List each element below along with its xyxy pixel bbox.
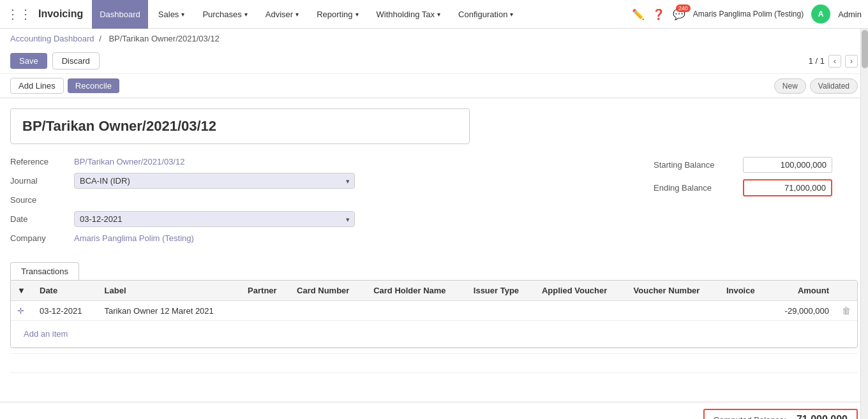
row-amount: -29,000,000 — [768, 301, 835, 321]
row-expand-icon[interactable]: ✛ — [11, 301, 33, 321]
col-header-card-number[interactable]: Card Number — [290, 281, 367, 301]
col-header-date[interactable]: Date — [33, 281, 98, 301]
chevron-down-icon: ▾ — [296, 11, 299, 18]
col-header-invoice[interactable]: Invoice — [720, 281, 768, 301]
form-right: Starting Balance Ending Balance — [654, 157, 858, 249]
chevron-down-icon: ▾ — [181, 11, 184, 18]
table-row: ✛ 03-12-2021 Tarikan Owner 12 Maret 2021… — [11, 301, 857, 321]
starting-balance-label: Starting Balance — [654, 160, 743, 170]
col-header-amount[interactable]: Amount — [768, 281, 835, 301]
row-issuer-type — [467, 301, 535, 321]
row-invoice — [720, 301, 768, 321]
col-header-voucher-number[interactable]: Voucher Number — [627, 281, 720, 301]
empty-row-2 — [10, 372, 858, 392]
chevron-down-icon: ▾ — [437, 11, 440, 18]
edit-icon[interactable]: ✏️ — [632, 8, 645, 20]
nav-item-purchases[interactable]: Purchases ▾ — [195, 0, 255, 29]
status-new-badge[interactable]: New — [774, 78, 806, 94]
app-brand: Invoicing — [38, 8, 83, 20]
row-partner — [241, 301, 290, 321]
chat-badge: 240 — [676, 4, 691, 12]
source-row: Source — [10, 195, 628, 205]
help-icon[interactable]: ❓ — [652, 8, 665, 20]
breadcrumb-current: BP/Tarikan Owner/2021/03/12 — [108, 34, 219, 43]
nav-item-withholding-tax[interactable]: Withholding Tax ▾ — [369, 0, 449, 29]
scrollbar-thumb[interactable] — [862, 30, 868, 68]
add-item-cell: Add an item — [11, 321, 857, 348]
row-applied-voucher — [535, 301, 627, 321]
delete-icon[interactable]: 🗑 — [842, 305, 851, 316]
table-header-row: ▼ Date Label Partner Card Number Card Ho… — [11, 281, 857, 301]
main-content: BP/Tarikan Owner/2021/03/12 Reference BP… — [0, 98, 868, 402]
status-validated-badge[interactable]: Validated — [810, 78, 858, 94]
reference-row: Reference BP/Tarikan Owner/2021/03/12 — [10, 157, 628, 166]
row-delete[interactable]: 🗑 — [835, 301, 857, 321]
journal-row: Journal BCA-IN (IDR) ▾ — [10, 173, 628, 189]
journal-label: Journal — [10, 176, 74, 186]
topnav-right: ✏️ ❓ 💬 240 Amaris Panglima Polim (Testin… — [632, 4, 862, 24]
chevron-down-icon: ▾ — [244, 11, 248, 18]
form-left: Reference BP/Tarikan Owner/2021/03/12 Jo… — [10, 157, 628, 249]
reference-value[interactable]: BP/Tarikan Owner/2021/03/12 — [74, 157, 184, 166]
breadcrumb: Accounting Dashboard / BP/Tarikan Owner/… — [0, 29, 868, 48]
company-value[interactable]: Amaris Panglima Polim (Testing) — [74, 233, 194, 243]
pagination: 1 / 1 ‹ › — [809, 55, 858, 68]
transactions-tab[interactable]: Transactions — [10, 262, 79, 280]
pagination-next[interactable]: › — [845, 55, 858, 68]
nav-item-adviser[interactable]: Adviser ▾ — [258, 0, 306, 29]
starting-balance-row: Starting Balance — [654, 157, 858, 173]
save-button[interactable]: Save — [10, 53, 47, 69]
row-voucher-number — [627, 301, 720, 321]
date-input[interactable] — [74, 211, 355, 227]
add-lines-button[interactable]: Add Lines — [10, 78, 64, 94]
document-title-box: BP/Tarikan Owner/2021/03/12 — [10, 108, 470, 144]
breadcrumb-parent[interactable]: Accounting Dashboard — [10, 34, 94, 43]
tabs-row: Add Lines Reconcile New Validated — [0, 74, 868, 98]
nav-item-sales[interactable]: Sales ▾ — [151, 0, 193, 29]
row-card-number — [290, 301, 367, 321]
apps-icon[interactable]: ⋮⋮ — [6, 6, 32, 22]
expand-icon[interactable]: ✛ — [17, 306, 24, 316]
scrollbar-track[interactable] — [860, 29, 868, 419]
date-row: Date ▾ — [10, 211, 628, 227]
company-row: Company Amaris Panglima Polim (Testing) — [10, 233, 628, 243]
user-name[interactable]: Amaris Panglima Polim (Testing) — [693, 10, 804, 18]
actionbar: Save Discard 1 / 1 ‹ › — [0, 48, 868, 74]
form-grid: Reference BP/Tarikan Owner/2021/03/12 Jo… — [10, 157, 858, 249]
sort-icon[interactable]: ▼ — [17, 286, 26, 295]
col-header-label[interactable]: Label — [98, 281, 242, 301]
status-bar: New Validated — [774, 78, 858, 94]
computed-balance-label: Computed Balance: — [714, 415, 786, 420]
ending-balance-input[interactable] — [743, 179, 832, 196]
col-header-partner[interactable]: Partner — [241, 281, 290, 301]
journal-select[interactable]: BCA-IN (IDR) — [74, 173, 355, 189]
breadcrumb-separator: / — [99, 34, 101, 43]
col-header-applied-voucher[interactable]: Applied Voucher — [535, 281, 627, 301]
discard-button[interactable]: Discard — [52, 52, 100, 70]
chevron-down-icon: ▾ — [355, 11, 359, 18]
empty-row-1 — [10, 353, 858, 372]
computed-balance-value: 71,000,000 — [797, 414, 848, 419]
col-header-expand: ▼ — [11, 281, 33, 301]
nav-item-dashboard[interactable]: Dashboard — [92, 0, 148, 29]
source-label: Source — [10, 195, 74, 205]
chat-icon[interactable]: 💬 240 — [673, 8, 685, 20]
row-date: 03-12-2021 — [33, 301, 98, 321]
row-label: Tarikan Owner 12 Maret 2021 — [98, 301, 242, 321]
nav-item-reporting[interactable]: Reporting ▾ — [309, 0, 366, 29]
col-header-card-holder-name[interactable]: Card Holder Name — [367, 281, 467, 301]
nav-item-configuration[interactable]: Configuration ▾ — [451, 0, 521, 29]
computed-balance-box: Computed Balance: 71,000,000 — [703, 409, 858, 419]
topnav: ⋮⋮ Invoicing Dashboard Sales ▾ Purchases… — [0, 0, 868, 29]
transactions-section: Transactions ▼ Date Label Partner Card N… — [10, 262, 858, 348]
reference-label: Reference — [10, 157, 74, 166]
computed-balance-bar: Computed Balance: 71,000,000 — [0, 402, 868, 419]
ending-balance-label: Ending Balance — [654, 183, 743, 193]
reconcile-button[interactable]: Reconcile — [68, 78, 119, 93]
journal-select-wrapper: BCA-IN (IDR) ▾ — [74, 173, 355, 189]
user-avatar[interactable]: A — [811, 4, 830, 24]
starting-balance-input[interactable] — [743, 157, 832, 173]
add-item-link[interactable]: Add an item — [17, 325, 851, 342]
col-header-issuer-type[interactable]: Issuer Type — [467, 281, 535, 301]
pagination-prev[interactable]: ‹ — [828, 55, 841, 68]
